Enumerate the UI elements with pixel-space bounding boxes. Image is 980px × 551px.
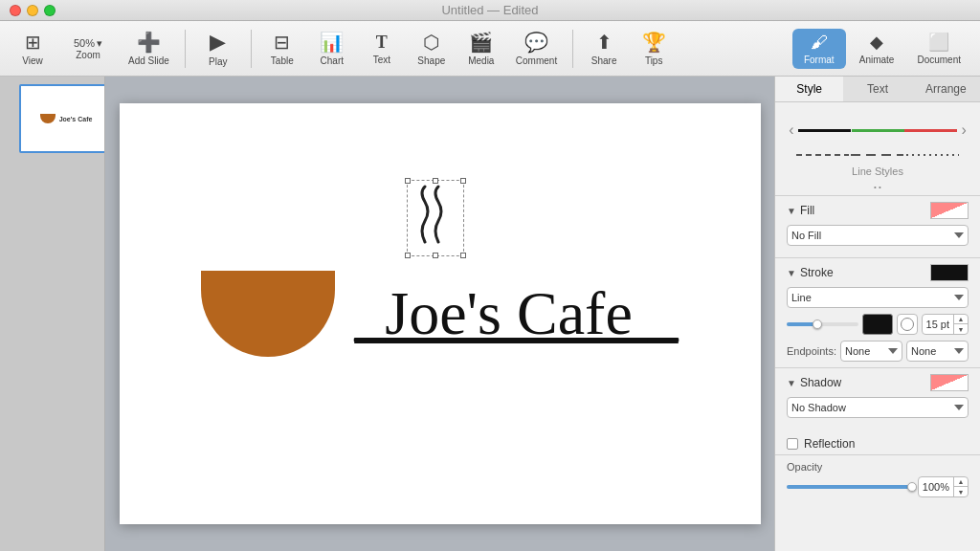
line-swatch-next[interactable]: › (957, 118, 969, 143)
stroke-size-down[interactable]: ▼ (954, 324, 968, 335)
line-swatch-solid[interactable] (798, 129, 851, 132)
stroke-size-stepper: 15 pt ▲ ▼ (922, 314, 969, 335)
text-button[interactable]: T Text (359, 29, 405, 69)
coffee-cup (201, 271, 335, 357)
stroke-color-box[interactable] (862, 314, 893, 335)
tab-style[interactable]: Style (775, 77, 843, 101)
comment-label: Comment (516, 55, 557, 66)
toolbar: ⊞ View 50% ▾ Zoom ➕ Add Slide ▶ Play ⊟ T… (0, 21, 980, 77)
stroke-size-arrows: ▲ ▼ (953, 314, 968, 335)
thumb-text: Joe's Cafe (59, 116, 93, 122)
table-button[interactable]: ⊟ Table (259, 27, 305, 70)
line-swatch-dotted[interactable] (906, 154, 959, 156)
format-icon: 🖌 (811, 33, 828, 53)
stroke-circle-indicator (901, 318, 914, 331)
view-label: View (22, 55, 43, 66)
fill-select-row: No Fill (787, 225, 969, 246)
separator-2 (251, 30, 252, 68)
add-slide-label: Add Slide (128, 55, 169, 66)
stroke-options-row: 15 pt ▲ ▼ (787, 314, 969, 335)
add-slide-icon: ➕ (137, 31, 161, 54)
comment-button[interactable]: 💬 Comment (508, 27, 565, 70)
chart-icon: 📊 (320, 31, 344, 54)
format-button[interactable]: 🖌 Format (792, 29, 846, 69)
media-icon: 🎬 (469, 31, 493, 54)
fill-color-preview[interactable] (930, 202, 969, 219)
line-swatch-green[interactable] (852, 129, 904, 132)
line-dots: • • (775, 183, 980, 195)
chart-label: Chart (321, 55, 344, 66)
slide-thumb-inner: Joe's Cafe (21, 86, 105, 151)
shadow-select[interactable]: No Shadow (787, 397, 969, 418)
document-button[interactable]: ⬜ Document (907, 28, 970, 69)
opacity-label: Opacity (787, 461, 969, 473)
add-slide-button[interactable]: ➕ Add Slide (121, 27, 177, 70)
cafe-text: _Joe's Cafe _ (354, 278, 679, 349)
opacity-down[interactable]: ▼ (954, 487, 968, 497)
animate-button[interactable]: ◆ Animate (850, 28, 904, 69)
main-area: 1 Joe's Cafe (0, 77, 980, 551)
animate-icon: ◆ (870, 32, 883, 53)
line-swatch-dashed1[interactable] (796, 154, 849, 156)
endpoint-right-select[interactable]: None (906, 341, 969, 362)
chart-button[interactable]: 📊 Chart (309, 27, 355, 70)
thumb-logo: Joe's Cafe (40, 114, 93, 123)
stroke-type-select[interactable]: Line (787, 287, 969, 308)
view-icon: ⊞ (25, 31, 41, 54)
stroke-color-preview[interactable] (930, 264, 969, 281)
opacity-section: Opacity 100% ▲ ▼ (775, 454, 980, 503)
fill-title: Fill (800, 204, 814, 217)
panel-content: ‹ › Line Styles • • ▼ Fill (775, 102, 980, 551)
shape-button[interactable]: ⬡ Shape (409, 27, 455, 70)
slide-list-item[interactable]: 1 Joe's Cafe (4, 84, 100, 153)
resize-handle-bl[interactable] (405, 253, 411, 258)
shape-label: Shape (417, 55, 445, 66)
tab-text[interactable]: Text (843, 77, 911, 101)
opacity-slider[interactable] (787, 485, 912, 489)
title-bar: Untitled — Edited (0, 0, 980, 21)
resize-handle-tr[interactable] (460, 178, 466, 184)
stroke-size-up[interactable]: ▲ (954, 314, 968, 324)
slide-thumbnail[interactable]: Joe's Cafe (19, 84, 105, 153)
resize-handle-tm[interactable] (433, 178, 438, 184)
media-button[interactable]: 🎬 Media (458, 27, 504, 70)
opacity-value: 100% (919, 481, 953, 493)
slides-panel: 1 Joe's Cafe (0, 77, 105, 551)
document-label: Document (917, 55, 961, 65)
view-button[interactable]: ⊞ View (10, 27, 56, 70)
endpoints-row: Endpoints: None None (787, 341, 969, 362)
resize-handle-br[interactable] (460, 253, 466, 258)
line-swatch-prev[interactable]: ‹ (785, 118, 797, 143)
fill-toggle[interactable]: ▼ (787, 206, 796, 216)
line-styles-label: Line Styles (775, 164, 980, 183)
tab-arrange[interactable]: Arrange (912, 77, 980, 101)
close-button[interactable] (10, 5, 21, 16)
resize-handle-bm[interactable] (433, 253, 438, 258)
zoom-button[interactable]: 50% ▾ Zoom (59, 33, 117, 64)
shadow-section: ▼ Shadow No Shadow (775, 367, 980, 430)
reflection-checkbox[interactable] (787, 438, 798, 450)
stroke-width-slider[interactable] (787, 322, 858, 326)
resize-handle-tl[interactable] (405, 178, 411, 184)
shadow-title: Shadow (800, 376, 841, 389)
steam-element[interactable] (407, 180, 464, 256)
play-icon: ▶ (210, 30, 226, 55)
stroke-toggle[interactable]: ▼ (787, 268, 796, 278)
play-button[interactable]: ▶ Play (193, 26, 243, 71)
text-icon: T (376, 33, 388, 53)
shadow-toggle[interactable]: ▼ (787, 378, 796, 388)
tips-button[interactable]: 🏆 Tips (631, 27, 677, 70)
endpoint-left-select[interactable]: None (840, 341, 902, 362)
maximize-button[interactable] (44, 5, 56, 16)
shadow-color-preview[interactable] (930, 374, 969, 391)
reflection-row: Reflection (775, 430, 980, 454)
minimize-button[interactable] (27, 5, 38, 16)
slide-content: _Joe's Cafe _ (201, 271, 679, 357)
line-swatch-red[interactable] (904, 129, 957, 132)
fill-select[interactable]: No Fill (787, 225, 969, 246)
line-swatch-dashed2[interactable] (851, 154, 903, 156)
tips-icon: 🏆 (642, 31, 666, 54)
slide-canvas[interactable]: _Joe's Cafe _ (120, 103, 761, 524)
opacity-up[interactable]: ▲ (954, 476, 968, 487)
share-button[interactable]: ⬆ Share (581, 27, 627, 70)
